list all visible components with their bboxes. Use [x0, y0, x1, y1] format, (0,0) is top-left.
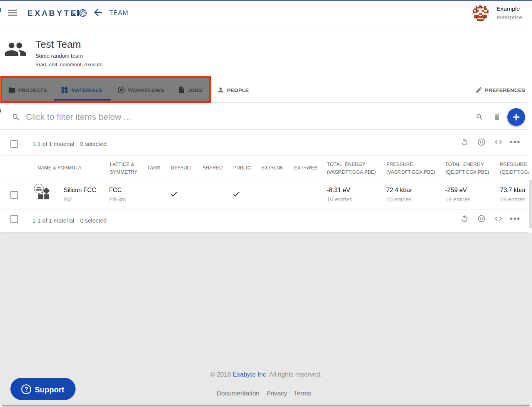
svg-text:?: ?: [24, 386, 28, 393]
